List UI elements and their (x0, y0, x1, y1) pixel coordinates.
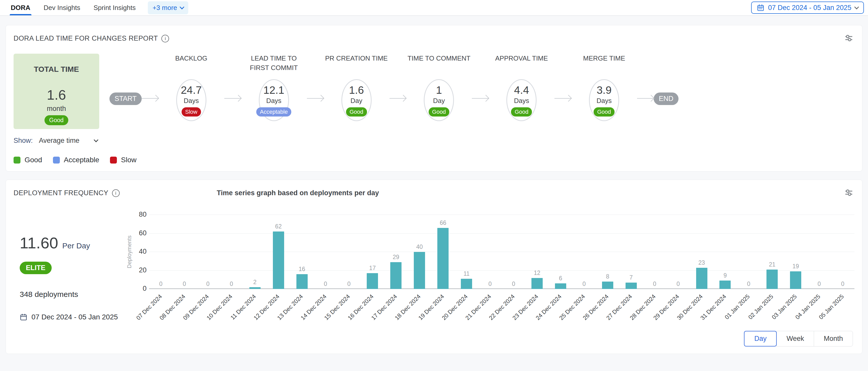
info-icon[interactable]: i (161, 35, 169, 42)
legend-swatch (13, 157, 21, 164)
more-tabs-button[interactable]: +3 more (148, 1, 188, 14)
deployment-frequency-card: DEPLOYMENT FREQUENCY i Time series graph… (6, 180, 862, 354)
bar-slot: 2 (243, 215, 267, 289)
stage-status-badge: Slow (182, 107, 201, 116)
granularity-month[interactable]: Month (814, 331, 853, 346)
bar-slot: 29 (384, 215, 408, 289)
stage-backlog: BACKLOG24.7DaysSlow (158, 54, 224, 121)
y-axis-tick: 20 (139, 266, 147, 274)
legend-label: Good (25, 156, 42, 164)
tier-badge: ELITE (20, 262, 52, 274)
stage-circle: 1DayGood (424, 79, 454, 121)
bar-slot: 0 (737, 215, 760, 289)
tab-dora[interactable]: DORA (10, 0, 31, 15)
bar-value-label: 0 (747, 280, 750, 288)
bar (555, 283, 566, 289)
bar (414, 252, 425, 289)
lead-time-title: DORA LEAD TIME FOR CHANGES REPORT (13, 34, 158, 42)
bar-slot: 0 (666, 215, 690, 289)
bar-slot: 7 (619, 215, 643, 289)
stage-approval-time: APPROVAL TIME4.4DaysGood (489, 54, 554, 121)
y-axis-tick: 0 (143, 284, 147, 293)
bar-value-label: 23 (699, 259, 705, 266)
stage-pr-creation-time: PR CREATION TIME1.6DayGood (323, 54, 390, 121)
lead-time-card: DORA LEAD TIME FOR CHANGES REPORT i TOTA… (6, 25, 862, 171)
y-axis-ticks: 020406080 (134, 215, 149, 289)
chart-subtitle: Time series graph based on deployments p… (217, 189, 379, 197)
chart-settings-button[interactable] (843, 32, 855, 44)
date-range-picker[interactable]: 07 Dec 2024 - 05 Jan 2025 (751, 2, 864, 14)
show-label: Show: (13, 137, 33, 145)
bar-value-label: 17 (369, 265, 376, 272)
granularity-week[interactable]: Week (776, 331, 814, 346)
bar (249, 287, 260, 289)
bar-value-label: 0 (582, 280, 586, 288)
stage-value: 1 (436, 84, 442, 96)
legend-label: Slow (121, 156, 136, 164)
y-axis-tick: 60 (139, 229, 147, 237)
end-pill: END (654, 93, 679, 105)
stage-unit: Days (597, 97, 612, 105)
bar-value-label: 0 (230, 280, 233, 288)
stage-unit: Days (514, 97, 529, 105)
flow-arrow-connector (637, 98, 654, 99)
stage-label: APPROVAL TIME (495, 54, 548, 79)
bar (602, 281, 613, 289)
total-time-card: TOTAL TIME 1.6 month Good (13, 54, 99, 129)
stage-circle: 4.4DaysGood (506, 79, 536, 121)
flow-arrow-connector (390, 98, 406, 99)
deployments-bar-chart: 0000262160017294066110012608700239021190… (149, 215, 855, 289)
y-axis-tick: 40 (139, 247, 147, 256)
flow-arrow-connector (224, 98, 241, 99)
bar-slot: 40 (408, 215, 431, 289)
total-time-label: TOTAL TIME (34, 65, 79, 74)
stage-circle: 1.6DayGood (341, 79, 372, 121)
stage-circle: 12.1DaysAcceptable (259, 79, 289, 121)
bar-slot: 0 (572, 215, 596, 289)
bar-slot: 16 (290, 215, 314, 289)
bar-value-label: 0 (206, 280, 210, 288)
stage-status-badge: Good (346, 107, 367, 116)
stage-value: 3.9 (597, 84, 612, 96)
legend-swatch (110, 157, 117, 164)
bar-value-label: 21 (769, 261, 776, 268)
stage-status-badge: Good (594, 107, 615, 116)
tab-dev-insights[interactable]: Dev Insights (43, 0, 81, 15)
bar-value-label: 66 (440, 220, 446, 226)
bar-value-label: 0 (489, 280, 492, 288)
bar-value-label: 40 (416, 243, 423, 250)
bar-slot: 23 (690, 215, 714, 289)
calendar-icon (20, 313, 27, 321)
bar-slot: 8 (596, 215, 619, 289)
info-icon[interactable]: i (112, 189, 120, 197)
bar-slot: 0 (196, 215, 220, 289)
bar-slot: 0 (643, 215, 666, 289)
bar (790, 271, 801, 289)
stats-date-range: 07 Dec 2024 - 05 Jan 2025 (31, 313, 118, 321)
show-metric-dropdown[interactable]: Show: Average time (13, 137, 99, 145)
total-time-value: 1.6 (47, 87, 66, 103)
chart-settings-button[interactable] (843, 187, 855, 199)
tab-sprint-insights[interactable]: Sprint Insights (93, 0, 137, 15)
granularity-toggle: DayWeekMonth (125, 331, 855, 346)
bar-value-label: 2 (253, 279, 256, 286)
bar-slot: 6 (549, 215, 572, 289)
bar-value-label: 29 (393, 254, 400, 261)
stage-circle: 3.9DaysGood (589, 79, 619, 121)
y-axis-title: Deployments (125, 215, 134, 289)
deployment-frequency-title: DEPLOYMENT FREQUENCY (13, 189, 108, 197)
tab-list: DORADev InsightsSprint Insights (10, 0, 136, 15)
status-legend: GoodAcceptableSlow (13, 156, 855, 164)
bar-slot: 9 (714, 215, 737, 289)
bar-value-label: 11 (463, 270, 469, 277)
bar-value-label: 0 (324, 280, 327, 288)
bar-slot: 66 (431, 215, 455, 289)
bar (437, 228, 448, 289)
deployment-rate-value: 11.60 (20, 234, 58, 252)
stage-label: BACKLOG (175, 54, 208, 79)
lead-time-flow: STARTBACKLOG24.7DaysSlowLEAD TIME TO FIR… (110, 54, 679, 145)
bar-value-label: 0 (512, 280, 515, 288)
sliders-icon (844, 33, 854, 43)
granularity-day[interactable]: Day (744, 331, 777, 346)
bar-slot: 62 (267, 215, 290, 289)
